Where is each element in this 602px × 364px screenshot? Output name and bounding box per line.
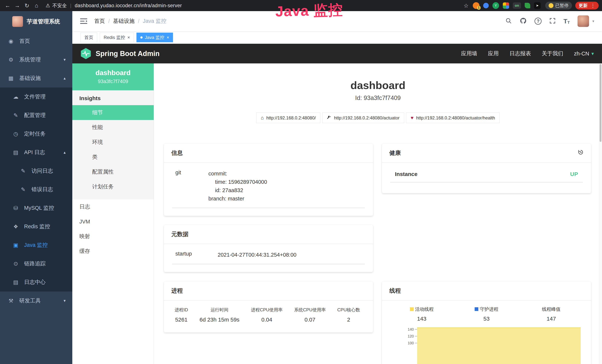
- log-edit-icon: ✎: [20, 168, 27, 174]
- browser-home-icon[interactable]: ⌂: [32, 1, 41, 10]
- threads-legend: 活动线程 143 守护进程: [389, 306, 584, 322]
- process-col: CPU核心数 2: [337, 307, 360, 323]
- update-button[interactable]: 更新 ⋮: [575, 2, 599, 10]
- sba-body: dashboard 93a3fc7f7409 Insights 细节 性能 环境…: [72, 64, 602, 364]
- extension-icon-on[interactable]: on: [513, 2, 521, 9]
- sba-menu-config-props[interactable]: 配置属性: [72, 164, 154, 179]
- sidebar-item-log-center[interactable]: ▤ 日志中心: [0, 273, 72, 291]
- extension-icon-orange[interactable]: [473, 2, 479, 9]
- sidebar-item-error-logs[interactable]: ✎ 错误日志: [0, 180, 72, 199]
- extension-icon-leaf[interactable]: [525, 3, 530, 8]
- sidebar-item-java-monitor[interactable]: ▣ Java 监控: [0, 236, 72, 254]
- font-size-icon[interactable]: TT: [563, 18, 570, 24]
- security-label: 不安全: [52, 2, 67, 9]
- breadcrumb-home[interactable]: 首页: [94, 17, 105, 25]
- card-title: 线程: [382, 281, 591, 300]
- instance-link-home[interactable]: ⌂ http://192.168.0.2:48080/: [256, 113, 321, 123]
- legend-label: 守护进程: [480, 306, 498, 312]
- extension-icon-green[interactable]: Y: [493, 2, 499, 9]
- sidebar-item-dev-tools[interactable]: ⚒ 研发工具 ▾: [0, 291, 72, 310]
- sba-menu-mappings[interactable]: 映射: [72, 229, 154, 244]
- history-icon[interactable]: [578, 149, 584, 157]
- cards-row-1: 信息 git commit: time: 1596289704000 id: 2…: [164, 143, 592, 216]
- close-icon[interactable]: ×: [166, 35, 169, 40]
- threads-chart-block: 活动线程 143 守护进程: [382, 300, 591, 364]
- instance-links: ⌂ http://192.168.0.2:48080/ http://192.1…: [154, 113, 602, 123]
- sidebar-item-tracing[interactable]: ⊙ 链路追踪: [0, 254, 72, 273]
- instance-link-health[interactable]: ♥ http://192.168.0.2:48080/actuator/heal…: [406, 113, 500, 123]
- detail-cards: 信息 git commit: time: 1596289704000 id: 2…: [154, 143, 602, 364]
- process-col-value: 6d 23h 15m 59s: [200, 317, 239, 323]
- help-icon[interactable]: ?: [535, 18, 542, 25]
- process-col-value: 0.04: [251, 317, 283, 323]
- sidebar-item-api-logs[interactable]: ▤ API 日志 ▴: [0, 143, 72, 162]
- wrench-icon: [327, 115, 331, 121]
- instance-header[interactable]: dashboard 93a3fc7f7409: [72, 64, 154, 90]
- github-icon[interactable]: [520, 17, 527, 25]
- sba-menu-caches[interactable]: 缓存: [72, 244, 154, 259]
- extension-icon-grid[interactable]: [503, 2, 509, 9]
- paused-badge[interactable]: 已暂停: [545, 2, 572, 10]
- breadcrumb: 首页 / 基础设施 / Java 监控: [94, 17, 166, 25]
- cloud-icon: ☁: [12, 94, 19, 100]
- close-icon[interactable]: ×: [127, 35, 130, 40]
- sba-menu-metrics[interactable]: 性能: [72, 120, 154, 135]
- bookmark-star-icon[interactable]: ☆: [462, 1, 470, 10]
- hamburger-icon[interactable]: [80, 18, 88, 24]
- address-url[interactable]: dashboard.yudao.iocoder.cn/infra/admin-s…: [75, 3, 182, 9]
- legend-value: 147: [519, 316, 584, 322]
- locale-select[interactable]: zh-CN ▾: [574, 51, 594, 57]
- sba-menu-logging[interactable]: 日志: [72, 199, 154, 214]
- sba-menu-environment[interactable]: 环境: [72, 135, 154, 150]
- sba-nav-applications[interactable]: 应用: [488, 50, 499, 57]
- extension-icon-plane[interactable]: ➤: [534, 2, 541, 9]
- sidebar-item-config-management[interactable]: ✎ 配置管理: [0, 106, 72, 125]
- sba-menu-scheduled-tasks[interactable]: 计划任务: [72, 179, 154, 194]
- avatar[interactable]: [578, 15, 589, 27]
- refresh-icon[interactable]: ↻: [23, 1, 31, 10]
- back-icon[interactable]: ←: [3, 1, 12, 10]
- instance-link-actuator[interactable]: http://192.168.0.2:48080/actuator: [322, 113, 404, 123]
- sba-menu-jvm[interactable]: JVM: [72, 214, 154, 229]
- locale-label: zh-CN: [574, 51, 589, 57]
- sba-brand[interactable]: Spring Boot Admin: [80, 48, 160, 59]
- process-col-value: 5261: [175, 317, 188, 323]
- legend-live-threads: 活动线程 143: [389, 306, 454, 322]
- sba-menu-beans[interactable]: 类: [72, 150, 154, 164]
- security-status[interactable]: ⚠ 不安全: [46, 2, 67, 9]
- sidebar-item-mysql-monitor[interactable]: ⛁ MySQL 监控: [0, 199, 72, 217]
- fullscreen-icon[interactable]: [549, 18, 556, 25]
- browser-menu-icon[interactable]: ⋮: [591, 3, 595, 9]
- sba-nav-wallboard[interactable]: 应用墙: [461, 50, 477, 57]
- sba-nav-about[interactable]: 关于我们: [542, 50, 563, 57]
- search-icon[interactable]: [505, 17, 512, 25]
- sidebar-item-redis-monitor[interactable]: ❖ Redis 监控: [0, 217, 72, 236]
- cards-row-2: 元数据 startup 2021-04-27T00:44:31.254+08:0…: [164, 225, 592, 272]
- sba-nav-journal[interactable]: 日志报表: [509, 50, 531, 57]
- process-col: 运行时间 6d 23h 15m 59s: [200, 307, 239, 323]
- breadcrumb-section[interactable]: 基础设施: [113, 17, 135, 25]
- sidebar-item-home[interactable]: ◉ 首页: [0, 32, 72, 50]
- app-logo-row[interactable]: 芋道管理系统: [0, 11, 72, 32]
- tick-mark: [415, 329, 417, 330]
- sba-menu-details[interactable]: 细节: [72, 105, 154, 120]
- extension-icon-drop[interactable]: [483, 3, 489, 8]
- git-time-line: time: 1596289704000: [208, 178, 366, 186]
- sidebar-item-file-management[interactable]: ☁ 文件管理: [0, 87, 72, 106]
- sidebar-item-infrastructure[interactable]: ▦ 基础设施 ▴: [0, 69, 72, 87]
- forward-icon[interactable]: →: [13, 1, 22, 10]
- legend-peak-threads: 线程峰值 147: [519, 306, 584, 322]
- tab-redis-monitor[interactable]: Redis 监控 ×: [100, 33, 134, 42]
- card-title: 健康: [382, 143, 591, 163]
- sidebar-item-scheduled-jobs[interactable]: ◷ 定时任务: [0, 125, 72, 143]
- y-tick-label: 120: [408, 334, 414, 338]
- monitor-icon: ▣: [12, 242, 19, 248]
- avatar-caret-icon[interactable]: ▾: [592, 19, 594, 23]
- sidebar-item-access-logs[interactable]: ✎ 访问日志: [0, 162, 72, 180]
- sidebar-item-system-management[interactable]: ⚙ 系统管理 ▾: [0, 50, 72, 69]
- content-scrollbar[interactable]: [599, 64, 602, 364]
- tab-home[interactable]: 首页: [80, 33, 97, 42]
- scrollbar-thumb[interactable]: [600, 64, 602, 142]
- tab-java-monitor[interactable]: Java 监控 ×: [137, 33, 173, 42]
- gear-icon: ⚙: [7, 57, 14, 63]
